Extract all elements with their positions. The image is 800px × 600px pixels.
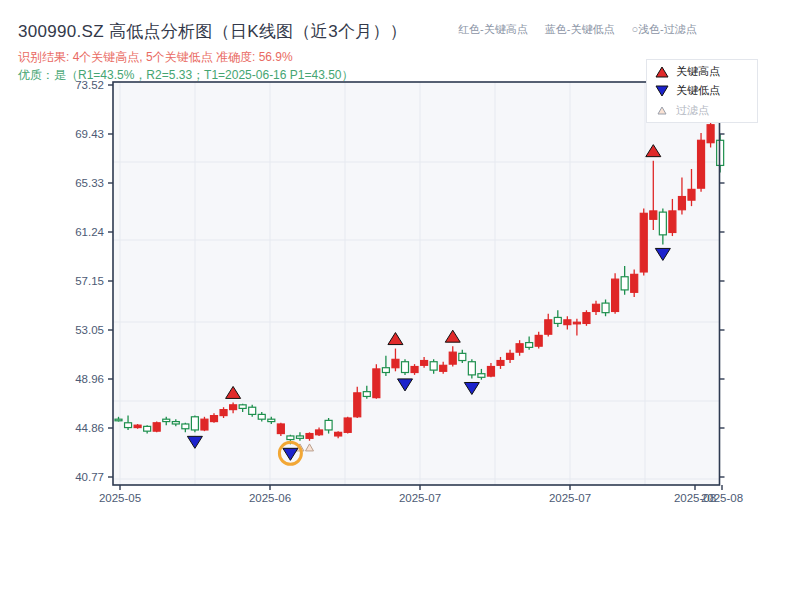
- candle-up: [449, 352, 456, 364]
- candle-down: [468, 362, 475, 375]
- candle-down: [163, 419, 170, 421]
- candle-down: [239, 405, 246, 409]
- candle-down: [172, 422, 179, 424]
- filter-point-triangle-icon: [655, 104, 669, 116]
- candle-up: [640, 213, 647, 272]
- candle-down: [191, 417, 198, 430]
- candle-down: [363, 392, 370, 397]
- candle-up: [497, 361, 504, 366]
- candle-up: [277, 424, 284, 434]
- candle-up: [134, 425, 141, 427]
- candle-up: [344, 418, 351, 432]
- candle-up: [392, 359, 399, 367]
- key-low-triangle-icon: [655, 85, 669, 97]
- candle-up: [535, 335, 542, 346]
- candle-down: [602, 303, 609, 313]
- x-tick-label: 2025-08: [701, 492, 743, 504]
- candle-down: [249, 407, 256, 414]
- candle-up: [306, 434, 313, 439]
- candle-down: [325, 420, 332, 430]
- candle-up: [487, 367, 494, 377]
- candle-down: [478, 374, 485, 378]
- candle-up: [211, 416, 218, 422]
- candle-up: [612, 279, 619, 311]
- x-tick-label: 2025-07: [399, 492, 441, 504]
- candle-up: [507, 353, 514, 359]
- candle-up: [316, 430, 323, 435]
- y-tick-label: 69.43: [75, 128, 104, 140]
- candle-up: [688, 189, 695, 200]
- candle-up: [631, 274, 638, 292]
- candle-up: [583, 313, 590, 324]
- candle-down: [115, 419, 122, 421]
- y-tick-label: 65.33: [75, 177, 104, 189]
- x-tick-label: 2025-06: [249, 492, 291, 504]
- legend-item-key-low: 关键低点: [655, 82, 757, 100]
- candle-down: [459, 353, 466, 360]
- candle-up: [421, 361, 428, 366]
- candle-down: [125, 423, 132, 428]
- candle-down: [268, 419, 275, 421]
- candle-up: [201, 419, 208, 430]
- candle-up: [593, 304, 600, 311]
- candle-up: [564, 320, 571, 325]
- candle-down: [144, 426, 151, 431]
- legend-item-label: 关键高点: [676, 64, 720, 79]
- legend-item-label: 过滤点: [676, 103, 709, 118]
- candle-up: [230, 405, 237, 410]
- candle-down: [258, 414, 265, 419]
- candle-up: [440, 365, 447, 371]
- candle-up: [545, 320, 552, 334]
- legend-item-label: 关键低点: [676, 83, 720, 98]
- candle-down: [296, 436, 303, 438]
- candle-up: [411, 367, 418, 373]
- candle-down: [621, 277, 628, 290]
- y-tick-label: 61.24: [75, 226, 104, 238]
- candle-up: [698, 140, 705, 188]
- candle-up: [220, 410, 227, 416]
- legend-item-filtered: 过滤点: [655, 101, 757, 119]
- y-tick-label: 48.96: [75, 373, 104, 385]
- candle-down: [382, 368, 389, 373]
- candle-up: [516, 344, 523, 352]
- candle-up: [153, 423, 160, 431]
- candle-down: [402, 362, 409, 373]
- y-tick-label: 40.77: [75, 471, 104, 483]
- candle-up: [669, 211, 676, 233]
- candle-down: [182, 424, 189, 429]
- candle-up: [573, 322, 580, 324]
- candle-down: [287, 436, 294, 440]
- candle-up: [335, 432, 342, 436]
- x-tick-label: 2025-07: [549, 492, 591, 504]
- candle-down: [526, 343, 533, 348]
- y-tick-label: 73.52: [75, 79, 104, 91]
- stock-analysis-chart-window: 300990.SZ 高低点分析图（日K线图（近3个月）） 识别结果: 4个关键高…: [0, 0, 800, 600]
- key-high-triangle-icon: [655, 66, 669, 78]
- candle-down: [659, 212, 666, 235]
- candle-up: [678, 197, 685, 210]
- y-tick-label: 53.05: [75, 324, 104, 336]
- legend-item-key-high: 关键高点: [655, 63, 757, 81]
- candle-down: [430, 362, 437, 370]
- candle-down: [554, 317, 561, 323]
- chart-legend-box: 关键高点 关键低点 过滤点: [646, 59, 758, 123]
- x-tick-label: 2025-05: [99, 492, 141, 504]
- candle-up: [650, 211, 657, 219]
- candle-up: [373, 369, 380, 398]
- candle-up: [354, 393, 361, 417]
- candle-up: [707, 125, 714, 143]
- y-tick-label: 57.15: [75, 275, 104, 287]
- y-tick-label: 44.86: [75, 422, 104, 434]
